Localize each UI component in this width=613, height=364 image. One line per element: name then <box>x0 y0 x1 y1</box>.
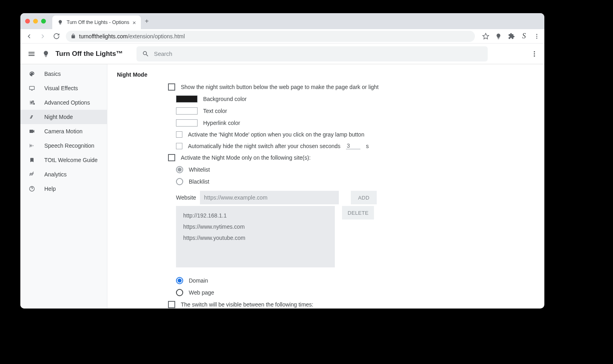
browser-window: Turn Off the Lights - Options × + turnof… <box>20 13 544 309</box>
whitelist-radio[interactable] <box>176 166 183 173</box>
sidebar-item-label: Camera Motion <box>44 128 83 135</box>
tab-close-button[interactable]: × <box>132 19 136 26</box>
sidebar-item-label: TOtL Welcome Guide <box>44 157 98 163</box>
delete-button[interactable]: DELETE <box>342 206 374 220</box>
url-input[interactable]: turnoffthelights.com/extension/options.h… <box>66 31 475 42</box>
back-button[interactable] <box>24 31 35 42</box>
bookmark-icon <box>28 156 36 164</box>
auto-hide-seconds-input[interactable] <box>346 142 360 149</box>
visible-times-checkbox[interactable] <box>168 301 175 308</box>
reload-button[interactable] <box>51 31 62 42</box>
sidebar-item-visual-effects[interactable]: Visual Effects <box>20 81 107 95</box>
tab-title: Turn Off the Lights - Options <box>67 20 129 25</box>
speech-icon <box>28 142 36 149</box>
svg-point-8 <box>31 102 32 103</box>
sidebar-item-label: Analytics <box>44 171 67 178</box>
text-color-row: Text color <box>176 107 535 115</box>
svg-rect-6 <box>30 86 34 89</box>
night-mode-icon <box>28 113 36 121</box>
add-button[interactable]: ADD <box>351 191 376 204</box>
domain-label: Domain <box>189 277 208 284</box>
sidebar-item-help[interactable]: Help <box>20 182 107 196</box>
sidebar-item-label: Visual Effects <box>44 85 78 91</box>
auto-hide-checkbox[interactable] <box>176 143 182 149</box>
browser-tab[interactable]: Turn Off the Lights - Options × <box>52 16 141 29</box>
svg-point-2 <box>536 38 538 39</box>
list-item[interactable]: https://www.youtube.com <box>183 232 328 243</box>
forward-button[interactable] <box>37 31 48 42</box>
webpage-label: Web page <box>189 289 214 296</box>
domain-row: Domain <box>176 277 535 284</box>
hyper-color-row: Hyperlink color <box>176 119 535 127</box>
show-switch-checkbox[interactable] <box>168 83 175 91</box>
hyper-color-swatch[interactable] <box>176 119 198 127</box>
page-body: Basics Visual Effects Advanced Options N… <box>20 64 544 309</box>
sidebar-item-label: Night Mode <box>44 114 73 120</box>
address-bar: turnoffthelights.com/extension/options.h… <box>20 29 544 44</box>
sidebar-item-label: Basics <box>44 71 61 77</box>
bg-color-swatch[interactable] <box>176 95 198 103</box>
search-box[interactable] <box>136 46 488 61</box>
svg-point-7 <box>32 101 34 102</box>
activate-only-checkbox[interactable] <box>168 154 175 161</box>
website-input[interactable] <box>200 191 339 204</box>
page-menu-button[interactable] <box>531 50 538 57</box>
sidebar-item-analytics[interactable]: Analytics <box>20 167 107 182</box>
bg-color-row: Background color <box>176 95 535 103</box>
domain-radio[interactable] <box>176 277 183 284</box>
activate-lamp-checkbox[interactable] <box>176 131 182 138</box>
website-input-row: Website ADD <box>176 191 535 204</box>
text-color-swatch[interactable] <box>176 107 198 115</box>
palette-icon <box>28 70 36 77</box>
svg-point-9 <box>34 103 35 105</box>
content-area: Night Mode Show the night switch button … <box>107 64 544 309</box>
sidebar-item-welcome-guide[interactable]: TOtL Welcome Guide <box>20 153 107 167</box>
search-input[interactable] <box>154 51 482 57</box>
auto-hide-label: Automatically hide the night switch afte… <box>188 143 340 149</box>
monitor-icon <box>28 85 36 92</box>
help-icon <box>28 185 36 192</box>
url-text: turnoffthelights.com/extension/options.h… <box>79 33 185 40</box>
svg-point-3 <box>534 51 535 52</box>
list-item[interactable]: http://192.168.1.1 <box>183 210 328 221</box>
site-list[interactable]: http://192.168.1.1 https://www.nytimes.c… <box>176 206 335 267</box>
svg-point-4 <box>534 53 535 54</box>
sidebar-item-label: Speech Recognition <box>44 142 94 149</box>
activate-lamp-row: Activate the 'Night Mode' option when yo… <box>176 131 535 138</box>
toolbar-right: S <box>481 32 541 41</box>
blacklist-row: Blacklist <box>176 178 535 185</box>
webpage-radio[interactable] <box>176 289 183 296</box>
sidebar-item-advanced-options[interactable]: Advanced Options <box>20 95 107 110</box>
seconds-suffix: s <box>366 143 369 149</box>
bg-color-label: Background color <box>203 96 247 102</box>
menu-toggle-button[interactable] <box>27 49 36 59</box>
bookmark-star-icon[interactable] <box>481 32 490 41</box>
sidebar: Basics Visual Effects Advanced Options N… <box>20 64 107 309</box>
new-tab-button[interactable]: + <box>145 17 149 25</box>
search-icon <box>142 50 149 57</box>
sidebar-item-label: Advanced Options <box>44 99 90 106</box>
profile-s-icon[interactable]: S <box>520 32 528 41</box>
maximize-window-button[interactable] <box>41 19 46 24</box>
sidebar-item-night-mode[interactable]: Night Mode <box>20 110 107 124</box>
svg-point-1 <box>536 36 538 37</box>
lamp-extension-icon[interactable] <box>494 32 503 41</box>
activate-lamp-label: Activate the 'Night Mode' option when yo… <box>188 131 364 138</box>
blacklist-radio[interactable] <box>176 178 183 185</box>
chrome-menu-button[interactable] <box>532 32 541 41</box>
minimize-window-button[interactable] <box>33 19 38 24</box>
sidebar-item-camera-motion[interactable]: Camera Motion <box>20 124 107 138</box>
show-switch-label: Show the night switch button below the w… <box>181 84 379 90</box>
sidebar-item-speech-recognition[interactable]: Speech Recognition <box>20 138 107 153</box>
visible-times-label: The switch will be visible between the f… <box>181 301 313 308</box>
sidebar-item-basics[interactable]: Basics <box>20 67 107 81</box>
sidebar-item-label: Help <box>44 186 56 192</box>
analytics-icon <box>28 171 36 178</box>
list-item[interactable]: https://www.nytimes.com <box>183 221 328 232</box>
extensions-puzzle-icon[interactable] <box>507 32 516 41</box>
close-window-button[interactable] <box>25 19 30 24</box>
show-switch-row: Show the night switch button below the w… <box>168 83 535 91</box>
whitelist-label: Whitelist <box>189 166 210 173</box>
chrome-tabstrip: Turn Off the Lights - Options × + <box>20 13 544 29</box>
window-controls <box>25 19 46 24</box>
